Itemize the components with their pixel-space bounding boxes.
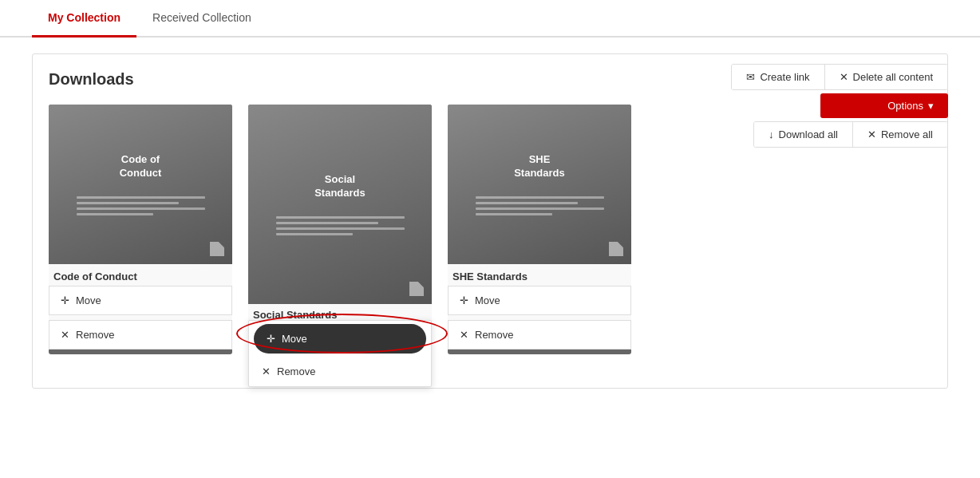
tab-bar: My Collection Received Collection xyxy=(0,0,980,38)
card-3-remove-button[interactable]: ✕ Remove xyxy=(448,320,631,350)
card-3-line-4 xyxy=(476,213,553,215)
context-menu-remove[interactable]: ✕ Remove xyxy=(249,357,431,386)
x-icon-1: ✕ xyxy=(61,329,69,341)
move-icon-3: ✛ xyxy=(460,294,468,306)
card-3-remove-label: Remove xyxy=(475,329,513,341)
card-3-line-2 xyxy=(476,202,579,204)
card-2-lines xyxy=(276,213,405,239)
card-1-line-4 xyxy=(77,213,154,215)
card-2-line-3 xyxy=(276,227,405,230)
action-bar: ✉ Create link ✕ Delete all content Optio… xyxy=(731,64,948,148)
card-2-line-4 xyxy=(276,233,354,235)
x-icon: ✕ xyxy=(840,71,848,83)
create-link-label: Create link xyxy=(760,71,809,83)
context-move-label: Move xyxy=(282,333,307,345)
delete-all-button[interactable]: ✕ Delete all content xyxy=(825,65,947,89)
card-3-line-1 xyxy=(476,196,604,199)
card-1-doc-title: Code ofConduct xyxy=(112,145,170,188)
card-she-standards: SHEStandards SHE Standards ✛ Move xyxy=(448,105,631,354)
card-1-line-1 xyxy=(77,196,205,199)
move-icon: ✛ xyxy=(61,294,69,306)
card-3-lines xyxy=(476,193,604,219)
card-2-line-2 xyxy=(276,222,379,224)
card-3-image: SHEStandards xyxy=(448,105,631,264)
page-wrapper: My Collection Received Collection ✉ Crea… xyxy=(0,0,980,478)
move-icon-context: ✛ xyxy=(267,333,275,345)
card-1-label: Code of Conduct xyxy=(49,264,232,286)
card-1-line-2 xyxy=(77,202,180,204)
context-menu: ✛ Move ✕ Remove xyxy=(248,320,432,387)
context-remove-label: Remove xyxy=(277,365,315,377)
card-2-doc-title: SocialStandards xyxy=(306,165,373,208)
tab-my-collection[interactable]: My Collection xyxy=(32,0,136,38)
card-2-line-1 xyxy=(276,216,405,219)
options-dropdown: ↓ Download all ✕ Remove all xyxy=(753,121,948,148)
remove-all-x-icon: ✕ xyxy=(867,128,876,140)
options-label: Options xyxy=(887,100,923,112)
card-1-line-3 xyxy=(77,207,205,210)
remove-all-button[interactable]: ✕ Remove all xyxy=(853,122,947,147)
card-1-move-label: Move xyxy=(76,294,101,306)
card-3-move-button[interactable]: ✛ Move xyxy=(448,286,631,315)
top-action-buttons: ✉ Create link ✕ Delete all content xyxy=(731,64,948,90)
card-1-move-button[interactable]: ✛ Move xyxy=(49,286,232,315)
card-3-move-label: Move xyxy=(475,294,500,306)
card-3-doc-title: SHEStandards xyxy=(506,145,573,188)
card-3-line-3 xyxy=(476,207,604,210)
download-all-button[interactable]: ↓ Download all xyxy=(754,122,853,147)
card-1-actions: ✛ Move ✕ Remove xyxy=(49,286,232,350)
options-button[interactable]: Options ▾ xyxy=(820,93,948,118)
x-icon-3: ✕ xyxy=(460,329,468,341)
download-icon: ↓ xyxy=(769,128,774,140)
card-1-remove-label: Remove xyxy=(76,329,114,341)
remove-all-label: Remove all xyxy=(881,128,933,140)
context-menu-move[interactable]: ✛ Move xyxy=(254,324,426,354)
create-link-button[interactable]: ✉ Create link xyxy=(732,65,824,89)
card-1-remove-button[interactable]: ✕ Remove xyxy=(49,320,232,350)
card-3-label: SHE Standards xyxy=(448,264,631,286)
card-social-standards: SocialStandards Social Standards xyxy=(248,105,432,322)
card-code-of-conduct: Code ofConduct Code of Conduct ✛ Move xyxy=(49,105,232,354)
x-icon-context: ✕ xyxy=(262,365,271,377)
envelope-icon: ✉ xyxy=(746,71,755,83)
delete-all-label: Delete all content xyxy=(853,71,933,83)
download-all-label: Download all xyxy=(779,128,838,140)
card-1-lines xyxy=(77,193,205,219)
chevron-down-icon: ▾ xyxy=(928,100,934,112)
card-3-actions: ✛ Move ✕ Remove xyxy=(448,286,631,350)
card-1-image: Code ofConduct xyxy=(49,105,232,264)
tab-received-collection[interactable]: Received Collection xyxy=(136,0,267,38)
card-2-image: SocialStandards xyxy=(248,105,432,304)
